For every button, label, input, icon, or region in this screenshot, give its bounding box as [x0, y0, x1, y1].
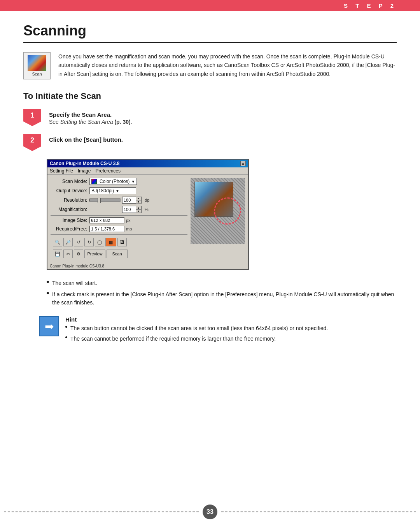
output-device-value: BJ(180dpi)	[91, 188, 114, 193]
magnification-label: Magnification:	[51, 207, 89, 212]
plugin-window: Canon Plug-in Module CS-U 3.8 ≡ Setting …	[47, 159, 249, 270]
required-free-input	[89, 226, 124, 232]
resolution-row: Resolution: 180 ▲ ▼	[51, 197, 187, 204]
page-footer: 33	[0, 505, 420, 519]
resolution-spinbox[interactable]: 180 ▲ ▼	[122, 197, 142, 204]
image-size-label: Image Size:	[51, 218, 89, 223]
bullet-list: The scan will start. If a check mark is …	[47, 279, 397, 307]
footer-dashes-left	[4, 512, 199, 512]
plugin-preview	[191, 178, 245, 244]
hint-bullet-text-2: The scan cannot be performed if the requ…	[70, 335, 276, 343]
scan-mode-select[interactable]: Color (Photos) ▼	[89, 178, 137, 185]
spin-down-icon[interactable]: ▼	[136, 200, 141, 204]
page-title: Scanning	[23, 23, 397, 43]
settings-icon[interactable]: ⚙	[74, 250, 83, 258]
save-icon[interactable]: 💾	[53, 250, 62, 258]
divider-1	[51, 215, 187, 216]
hint-bullet-text-1: The scan button cannot be clicked if the…	[70, 324, 328, 332]
plugin-footer: Canon Plug-in module CS-U3.8	[47, 263, 248, 269]
zoom-in-icon[interactable]: 🔍	[53, 238, 62, 246]
required-free-row: Required/Free: mb	[51, 226, 187, 232]
plugin-menubar: Setting File Image Preferences	[47, 167, 248, 175]
scan-mode-value: Color (Photos)	[100, 179, 130, 184]
image-size-unit: px	[126, 218, 131, 223]
step-arrow-2: 2	[23, 134, 41, 151]
svg-text:2: 2	[30, 136, 34, 144]
step-arrow-1: 1	[23, 109, 41, 126]
step-item-2: 2 Click on the [Scan] button.	[23, 134, 397, 151]
bullet-item-2: If a check mark is present in the [Close…	[47, 290, 397, 307]
resolution-unit: dpi	[145, 198, 150, 202]
resolution-label: Resolution:	[51, 197, 89, 203]
hint-bullet-dot-1	[65, 326, 67, 328]
step-title-2: Click on the [Scan] button.	[49, 136, 123, 143]
resolution-slider-container: 180 ▲ ▼ dpi	[89, 197, 150, 204]
hint-content: Hint The scan button cannot be clicked i…	[65, 316, 328, 345]
mag-spin-down-icon[interactable]: ▼	[136, 209, 141, 213]
mag-spin-up-icon[interactable]: ▲	[136, 206, 141, 209]
zoom-out-icon[interactable]: 🔎	[63, 238, 73, 246]
plugin-toolbar-2: 💾 ✂ ⚙ Preview Scan	[51, 248, 187, 260]
intro-text: Once you have set the magnification and …	[58, 52, 397, 78]
magnification-unit: %	[145, 207, 149, 212]
plugin-body: Scan Mode: Color (Photos) ▼ Output Devic…	[47, 175, 248, 263]
scan-area-indicator	[214, 197, 241, 225]
step-title-1: Specify the Scan Area.	[49, 111, 132, 118]
close-icon[interactable]: ≡	[240, 161, 246, 166]
output-device-label: Output Device:	[51, 188, 89, 193]
required-free-label: Required/Free:	[51, 226, 89, 232]
hint-bullet-dot-2	[65, 336, 67, 338]
hint-bullet-1: The scan button cannot be clicked if the…	[65, 324, 328, 332]
preview-button[interactable]: Preview	[84, 250, 105, 258]
hint-bullet-2: The scan cannot be performed if the requ…	[65, 335, 328, 343]
step-label: S T E P 2	[344, 2, 397, 9]
bullet-text-1: The scan will start.	[52, 279, 97, 287]
output-device-select[interactable]: BJ(180dpi) ▼	[89, 187, 136, 194]
menu-setting-file[interactable]: Setting File	[50, 168, 73, 174]
scan-area-icon[interactable]: ▦	[105, 238, 116, 246]
spin-buttons: ▲ ▼	[136, 197, 141, 204]
magnification-value: 100	[122, 207, 136, 212]
plugin-title: Canon Plug-in Module CS-U 3.8	[50, 161, 119, 166]
divider-2	[51, 234, 187, 235]
required-free-unit: mb	[126, 227, 132, 231]
svg-text:1: 1	[30, 111, 34, 119]
plugin-toolbar: 🔍 🔎 ↺ ↻ ◯ ▦ 🖼	[51, 236, 187, 248]
rotate-icon[interactable]: ↺	[74, 238, 83, 246]
main-content: Scanning Scan Once you have set the magn…	[0, 11, 420, 380]
color-square-icon	[91, 179, 97, 184]
image-size-input[interactable]	[89, 217, 124, 223]
menu-image[interactable]: Image	[78, 168, 91, 174]
scissors-icon[interactable]: ✂	[63, 250, 73, 258]
arrow-right-icon: ➡	[45, 320, 54, 333]
magnification-row: Magnification: 100 ▲ ▼ %	[51, 206, 187, 213]
steps-container: 1 Specify the Scan Area. See Setting the…	[23, 109, 397, 270]
image-size-row: Image Size: px	[51, 217, 187, 223]
photo-icon[interactable]: 🖼	[117, 238, 127, 246]
hint-title: Hint	[65, 316, 328, 323]
magnification-spinbox[interactable]: 100 ▲ ▼	[122, 206, 142, 213]
rotate2-icon[interactable]: ↻	[84, 238, 94, 246]
scan-icon-box: Scan	[23, 52, 51, 79]
step-subtitle-1: See Setting the Scan Area (p. 30).	[49, 119, 132, 125]
plugin-titlebar: Canon Plug-in Module CS-U 3.8 ≡	[47, 160, 248, 167]
resolution-slider-thumb	[98, 198, 101, 203]
resolution-value: 180	[122, 198, 136, 202]
magnification-spin-buttons: ▲ ▼	[136, 206, 141, 213]
scan-icon-image	[28, 55, 46, 71]
hint-section: ➡ Hint The scan button cannot be clicked…	[39, 316, 397, 345]
page-number: 33	[203, 505, 217, 519]
plugin-controls: Scan Mode: Color (Photos) ▼ Output Devic…	[51, 178, 187, 260]
section-heading: To Initiate the Scan	[23, 91, 397, 101]
step-item-1: 1 Specify the Scan Area. See Setting the…	[23, 109, 397, 126]
scan-button[interactable]: Scan	[107, 250, 128, 258]
magnification-slider-container: 100 ▲ ▼ %	[89, 206, 149, 213]
menu-preferences[interactable]: Preferences	[95, 168, 121, 174]
step-text-1: Specify the Scan Area. See Setting the S…	[49, 109, 132, 125]
tool3-icon[interactable]: ◯	[95, 238, 104, 246]
spin-up-icon[interactable]: ▲	[136, 197, 141, 200]
bullet-dot-1	[47, 281, 49, 283]
resolution-slider[interactable]	[89, 199, 121, 202]
output-device-row: Output Device: BJ(180dpi) ▼	[51, 187, 187, 194]
select-arrow-2-icon: ▼	[116, 189, 119, 193]
